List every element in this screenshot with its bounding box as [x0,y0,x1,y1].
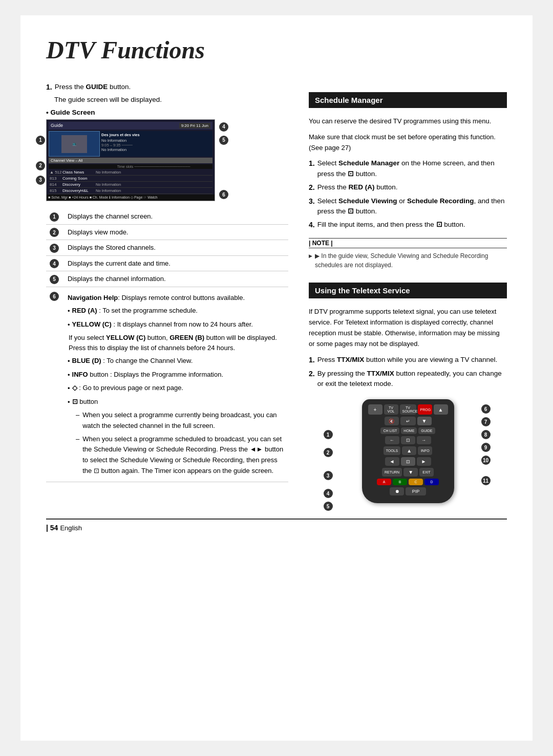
annot-text-5: Displays the channel information. [65,271,288,287]
annotation-row-2: 2 Displays view mode. [46,224,288,240]
annotation-row-3: 3 Displays the Stored channels. [46,240,288,256]
schedule-step-1: 1. Select Schedule Manager on the Home s… [309,158,507,179]
remote-pip-btn[interactable]: PIP [406,487,426,495]
remote-row-1: + TV VOL TV SOURCE PROG ▲ [368,404,448,415]
remote-back-btn[interactable]: ← [385,436,399,444]
remote-fwd-btn[interactable]: → [417,436,431,444]
guide-badge-2: 2 [36,161,45,170]
remote-annot-2: 2 [324,448,335,457]
remote-nav: ◄ ⊡ ► [368,457,448,466]
remote-return-btn[interactable]: RETURN [382,468,402,477]
remote-chlist-btn[interactable]: CH LIST [380,427,399,434]
bullet-yellow: • YELLOW (C) : It displays channel from … [68,319,285,330]
remote-left-btn[interactable]: ◄ [385,457,399,466]
step-1-text: Press the GUIDE button. [55,82,131,93]
teletext-step-1: 1. Press TTX/MIX button while you are vi… [309,355,507,365]
remote-annot-6: 6 [481,404,493,414]
note-section: | NOTE | ▶ In the guide view, Schedule V… [309,238,507,270]
annotation-table: 1 Displays the channel screen. 2 Display… [46,209,288,482]
remote-right-btn[interactable]: ► [417,457,431,466]
schedule-step-2: 2. Press the RED (A) button. [309,182,507,193]
guide-badge-4: 4 [219,122,228,132]
yellow-extra: If you select YELLOW (C) button, GREEN (… [68,333,285,353]
remote-home-btn[interactable]: HOME [401,427,417,434]
remote-prog-btn[interactable]: PROG [418,404,432,415]
guide-badge-1: 1 [36,136,45,145]
schedule-manager-header: Schedule Manager [309,92,507,108]
annot-text-1: Displays the channel screen. [65,209,288,224]
guide-row-512: ▲ 512 Class News No Information [49,169,212,176]
annot-badge-3: 3 [50,244,59,253]
remote-row-4: ← ⊡ → [368,436,448,444]
guide-col-headers: Time slots ────────────────────── [49,164,212,169]
guide-info-panel: Des jours et des vies No Information 9:0… [100,131,212,157]
teletext-intro: If DTV programme supports teletext signa… [309,307,507,349]
remote-body: + TV VOL TV SOURCE PROG ▲ 🔇 ↵ ▼ [362,399,454,503]
guide-box: Guide 9:20 Fri 11 Jun 📺 Des jours et des… [46,119,215,201]
page-footer: | 54 English [46,519,507,532]
step-1: 1. Press the GUIDE button. [46,82,288,93]
annot-text-3: Displays the Stored channels. [65,240,288,256]
guide-badge-3: 3 [36,176,45,185]
schedule-intro: You can reserve the desired TV programme… [309,116,507,153]
remote-tools-btn[interactable]: TOOLS [384,446,401,455]
guide-row-814: 814 Discovery No Information [49,182,212,188]
bullets-section: • RED (A) : To set the programme schedul… [68,306,285,477]
annot-text-4: Displays the current date and time. [65,255,288,271]
guide-program-title: Des jours et des vies [101,133,211,137]
schedule-steps: 1. Select Schedule Manager on the Home s… [309,158,507,230]
remote-screen-btn[interactable]: ⊡ [401,436,415,444]
remote-info-btn[interactable]: INFO [418,446,432,455]
remote-annot-11: 11 [481,476,493,485]
remote-plus-btn[interactable]: + [368,404,382,415]
teletext-content: If DTV programme supports teletext signa… [309,307,507,349]
remote-bottom-row: ⏺ PIP [368,487,448,495]
footer-num: | 54 [46,524,58,532]
remote-exit-btn[interactable]: EXIT [419,468,434,477]
remote-row-return: RETURN ▼ EXIT [368,468,448,477]
remote-guide-btn[interactable]: GUIDE [418,427,435,434]
bullet-info: • INFO button : Displays the Programme i… [68,370,285,380]
annotation-row-1: 1 Displays the channel screen. [46,209,288,224]
remote-annot-10: 10 [481,456,493,465]
remote-source-btn[interactable]: TV SOURCE [400,404,416,415]
remote-annot-4: 4 [324,489,335,498]
channel-view-label: Channel View – All [49,158,212,163]
remote-vol-btn[interactable]: TV VOL [384,404,398,415]
remote-section: 6 7 8 9 10 1 [309,399,507,503]
bullet-blue: • BLUE (D) : To change the Channel View. [68,356,285,366]
remote-up2-btn[interactable]: ▲ [402,446,416,455]
step-1-sub: The guide screen will be displayed. [46,96,288,103]
remote-color-row: A B C D [368,479,448,485]
remote-annot-3: 3 [324,471,335,480]
annotation-row-5: 5 Displays the channel information. [46,271,288,287]
schedule-step-3: 3. Select Schedule Viewing or Schedule R… [309,196,507,217]
guide-badge-5: 5 [219,136,228,145]
remote-rec-btn[interactable]: ⏺ [390,487,404,495]
remote-ok-btn[interactable]: ⊡ [401,457,415,466]
remote-c-btn[interactable]: C [409,479,423,485]
remote-b-btn[interactable]: B [393,479,407,485]
guide-bold: GUIDE [86,83,108,91]
remote-enter-btn[interactable]: ↵ [400,417,416,425]
remote-up-btn[interactable]: ▲ [434,404,448,415]
teletext-steps: 1. Press TTX/MIX button while you are vi… [309,355,507,390]
remote-a-btn[interactable]: A [377,479,391,485]
annotation-row-6: 6 Navigation Help: Displays remote contr… [46,287,288,482]
remote-down-btn[interactable]: ▼ [417,417,432,425]
guide-top-bar: Guide 9:20 Fri 11 Jun [49,122,212,129]
remote-mute-btn[interactable]: 🔇 [385,417,399,425]
nav-help-label: Navigation Help [68,294,118,301]
remote-down2-btn[interactable]: ▼ [403,468,418,477]
guide-badge-6: 6 [219,190,228,199]
remote-wrapper: 6 7 8 9 10 1 [336,399,480,503]
remote-annot-1: 1 [324,430,335,439]
page-title: DTV Functions [46,36,507,67]
remote-d-btn[interactable]: D [424,479,439,485]
bullet-diamond: • ◇ : Go to previous page or next page. [68,383,285,394]
guide-screen-mockup: 1 2 3 4 5 6 [46,119,220,201]
bullet-red: • RED (A) : To set the programme schedul… [68,306,285,316]
annot-badge-2: 2 [50,228,59,237]
footer-lang: English [60,524,82,532]
annot-badge-1: 1 [50,212,59,222]
